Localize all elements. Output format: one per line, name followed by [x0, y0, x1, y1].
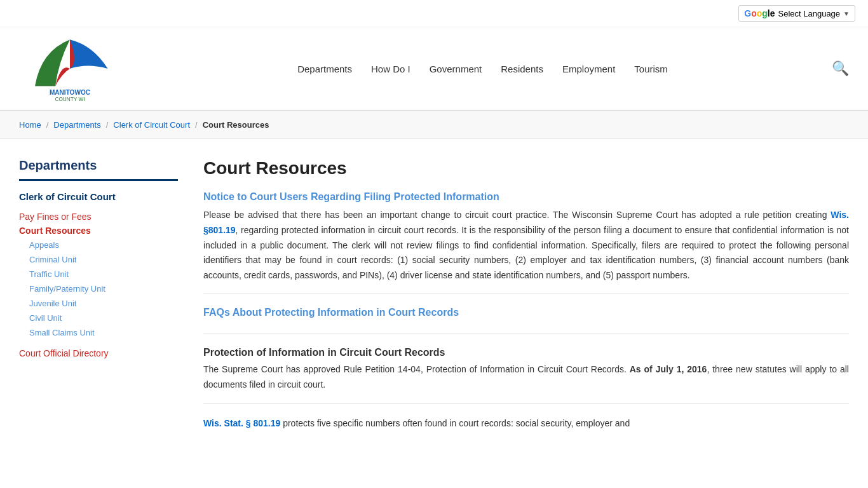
google-g-icon: Google	[744, 8, 775, 18]
search-button[interactable]: 🔍	[832, 60, 849, 77]
sidebar-pay-fines[interactable]: Pay Fines or Fees	[19, 210, 178, 224]
content-section-2: FAQs About Protecting Information in Cou…	[203, 307, 849, 334]
section-2-title[interactable]: FAQs About Protecting Information in Cou…	[203, 307, 849, 318]
sidebar-criminal-unit[interactable]: Criminal Unit	[19, 252, 178, 267]
page-title: Court Resources	[203, 158, 849, 179]
breadcrumb-clerk[interactable]: Clerk of Circuit Court	[113, 120, 190, 130]
content-section-1: Notice to Court Users Regarding Filing P…	[203, 191, 849, 294]
translate-label: Select Language	[778, 9, 841, 18]
section-1-body: Please be advised that there has been an…	[203, 208, 849, 283]
sidebar-traffic-unit[interactable]: Traffic Unit	[19, 267, 178, 281]
breadcrumb: Home / Departments / Clerk of Circuit Co…	[0, 111, 868, 139]
main-layout: Departments Clerk of Circuit Court Pay F…	[0, 139, 868, 473]
nav-residents[interactable]: Residents	[501, 64, 543, 74]
search-icon: 🔍	[832, 60, 849, 76]
site-header: MANITOWOC COUNTY WI Departments How Do I…	[0, 27, 868, 111]
sidebar: Departments Clerk of Circuit Court Pay F…	[19, 158, 178, 454]
section-3-heading: Protection of Information in Circuit Cou…	[203, 347, 849, 358]
nav-tourism[interactable]: Tourism	[634, 64, 668, 74]
breadcrumb-sep-3: /	[195, 120, 198, 130]
sidebar-family-paternity[interactable]: Family/Paternity Unit	[19, 281, 178, 296]
sidebar-juvenile-unit[interactable]: Juvenile Unit	[19, 296, 178, 311]
main-content: Court Resources Notice to Court Users Re…	[203, 158, 849, 454]
content-section-4: Wis. Stat. § 801.19 protects five specif…	[203, 416, 849, 442]
sidebar-title: Departments	[19, 158, 178, 181]
section-4-body: Wis. Stat. § 801.19 protects five specif…	[203, 416, 849, 431]
breadcrumb-sep-2: /	[106, 120, 109, 130]
nav-departments[interactable]: Departments	[297, 64, 352, 74]
wis-801-link[interactable]: Wis. §801.19	[203, 210, 849, 235]
section-1-title[interactable]: Notice to Court Users Regarding Filing P…	[203, 191, 849, 203]
sidebar-dept-title: Clerk of Circuit Court	[19, 191, 178, 202]
breadcrumb-departments[interactable]: Departments	[53, 120, 100, 130]
translate-button[interactable]: Google Select Language ▼	[738, 5, 855, 22]
breadcrumb-current: Court Resources	[203, 120, 269, 130]
sidebar-court-directory[interactable]: Court Official Directory	[19, 346, 178, 360]
sidebar-small-claims[interactable]: Small Claims Unit	[19, 325, 178, 340]
top-bar: Google Select Language ▼	[0, 0, 868, 27]
content-section-3: Protection of Information in Circuit Cou…	[203, 347, 849, 403]
logo-area[interactable]: MANITOWOC COUNTY WI	[19, 34, 121, 104]
sidebar-appeals[interactable]: Appeals	[19, 238, 178, 252]
svg-text:COUNTY WI: COUNTY WI	[55, 97, 85, 102]
svg-text:MANITOWOC: MANITOWOC	[50, 89, 90, 96]
site-logo: MANITOWOC COUNTY WI	[19, 34, 121, 104]
section-3-body: The Supreme Court has approved Rule Peti…	[203, 362, 849, 393]
section-3-bold: As of July 1, 2016	[630, 364, 707, 374]
translate-arrow-icon: ▼	[843, 10, 850, 17]
sidebar-court-resources[interactable]: Court Resources	[19, 224, 178, 238]
sidebar-civil-unit[interactable]: Civil Unit	[19, 311, 178, 325]
nav-how-do-i[interactable]: How Do I	[371, 64, 410, 74]
nav-government[interactable]: Government	[430, 64, 482, 74]
breadcrumb-home[interactable]: Home	[19, 120, 41, 130]
main-nav: Departments How Do I Government Resident…	[146, 64, 819, 74]
breadcrumb-sep-1: /	[46, 120, 49, 130]
wis-stat-link[interactable]: Wis. Stat. § 801.19	[203, 418, 280, 428]
nav-employment[interactable]: Employment	[562, 64, 615, 74]
